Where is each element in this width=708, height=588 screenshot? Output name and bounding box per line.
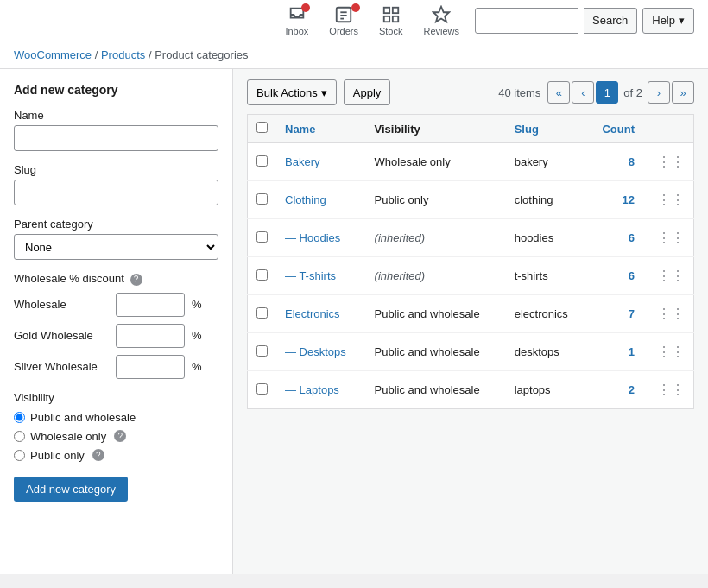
wholesale-input[interactable] <box>116 293 185 317</box>
bulk-actions-chevron: ▾ <box>321 86 327 99</box>
silver-input[interactable] <box>116 355 185 379</box>
radio-public-wholesale-label[interactable]: Public and wholesale <box>30 411 136 424</box>
row-name-cell: — Laptops <box>276 371 366 409</box>
drag-handle-icon[interactable]: ⋮⋮ <box>652 193 685 207</box>
next-page-button[interactable]: › <box>648 81 670 104</box>
radio-public-only-label[interactable]: Public only <box>30 449 85 462</box>
help-button[interactable]: Help ▾ <box>642 8 694 34</box>
reviews-nav-item[interactable]: Reviews <box>414 2 468 40</box>
current-page-button[interactable]: 1 <box>596 81 618 104</box>
row-checkbox[interactable] <box>256 231 268 243</box>
row-slug: t-shirts <box>515 269 548 282</box>
row-count-cell: 6 <box>586 257 643 295</box>
drag-handle-icon[interactable]: ⋮⋮ <box>652 155 685 169</box>
row-checkbox-cell <box>248 333 277 371</box>
row-checkbox[interactable] <box>256 193 268 205</box>
row-slug-cell: clothing <box>506 181 587 219</box>
row-slug: electronics <box>515 307 568 320</box>
row-visibility-cell: (inherited) <box>366 257 506 295</box>
apply-button[interactable]: Apply <box>344 79 391 105</box>
parent-field-group: Parent category None <box>14 218 218 260</box>
row-slug: hoodies <box>515 231 554 244</box>
row-checkbox-cell <box>248 219 277 257</box>
discount-help-icon[interactable]: ? <box>130 274 142 286</box>
svg-rect-7 <box>393 16 398 21</box>
table-toolbar: Bulk Actions ▾ Apply 40 items « ‹ 1 of 2… <box>247 79 694 105</box>
page-of-text: of 2 <box>623 86 642 99</box>
global-search-input[interactable] <box>475 8 578 34</box>
parent-select[interactable]: None <box>14 234 218 260</box>
stock-nav-item[interactable]: Stock <box>370 2 412 40</box>
drag-handle-icon[interactable]: ⋮⋮ <box>652 231 685 245</box>
row-visibility-cell: Wholesale only <box>366 143 506 181</box>
row-checkbox[interactable] <box>256 345 268 357</box>
add-new-category-button[interactable]: Add new category <box>14 477 128 502</box>
wholesale-row: Wholesale % <box>14 293 218 317</box>
row-checkbox-cell <box>248 257 277 295</box>
discount-section: Wholesale % discount ? Wholesale % Gold … <box>14 272 218 379</box>
select-all-checkbox[interactable] <box>256 122 268 133</box>
radio-wholesale-only: Wholesale only ? <box>14 430 218 443</box>
col-header-count[interactable]: Count <box>586 115 643 143</box>
first-page-button[interactable]: « <box>547 81 570 104</box>
slug-input[interactable] <box>14 180 218 205</box>
col-header-name[interactable]: Name <box>276 115 366 143</box>
svg-rect-5 <box>393 7 398 12</box>
orders-icon <box>334 5 353 24</box>
row-checkbox-cell <box>248 143 277 181</box>
categories-list-panel: Bulk Actions ▾ Apply 40 items « ‹ 1 of 2… <box>233 69 708 574</box>
inbox-nav-item[interactable]: Inbox <box>276 2 317 40</box>
category-link[interactable]: — Desktops <box>285 345 346 358</box>
drag-handle-icon[interactable]: ⋮⋮ <box>652 269 685 283</box>
drag-handle-icon[interactable]: ⋮⋮ <box>652 383 685 397</box>
radio-public-only-input[interactable] <box>14 450 25 461</box>
drag-handle-icon[interactable]: ⋮⋮ <box>652 345 685 359</box>
gold-label: Gold Wholesale <box>14 329 109 342</box>
category-link[interactable]: Clothing <box>285 193 326 206</box>
col-header-visibility: Visibility <box>366 115 506 143</box>
row-count: 7 <box>629 307 635 320</box>
last-page-button[interactable]: » <box>672 81 694 104</box>
breadcrumb-woocommerce[interactable]: WooCommerce <box>14 48 92 61</box>
category-link[interactable]: Bakery <box>285 155 319 168</box>
radio-wholesale-only-label[interactable]: Wholesale only <box>30 430 106 443</box>
row-visibility: Public and wholesale <box>375 345 480 358</box>
name-label: Name <box>14 109 218 122</box>
orders-nav-item[interactable]: Orders <box>320 2 367 40</box>
main-layout: Add new category Name Slug Parent catego… <box>0 69 708 574</box>
drag-handle-icon[interactable]: ⋮⋮ <box>652 307 685 321</box>
name-input[interactable] <box>14 125 218 151</box>
prev-page-button[interactable]: ‹ <box>572 81 594 104</box>
radio-public-wholesale-input[interactable] <box>14 412 25 423</box>
category-link[interactable]: Electronics <box>285 307 340 320</box>
wholesale-only-help-icon[interactable]: ? <box>114 430 126 442</box>
gold-input[interactable] <box>116 324 185 348</box>
row-drag-cell: ⋮⋮ <box>643 257 694 295</box>
stock-icon <box>382 5 401 24</box>
category-link[interactable]: — Hoodies <box>285 231 340 244</box>
orders-badge <box>351 3 360 12</box>
panel-title: Add new category <box>14 83 218 97</box>
row-count-cell: 7 <box>586 295 643 333</box>
global-search-button[interactable]: Search <box>584 8 637 34</box>
row-count: 12 <box>623 193 635 206</box>
row-checkbox[interactable] <box>256 307 268 319</box>
visibility-title: Visibility <box>14 391 218 404</box>
row-visibility: (inherited) <box>375 269 426 282</box>
category-link[interactable]: — Laptops <box>285 383 339 396</box>
col-header-slug[interactable]: Slug <box>506 115 587 143</box>
inbox-badge <box>301 3 310 12</box>
row-slug: laptops <box>515 383 551 396</box>
row-count: 2 <box>629 383 635 396</box>
bulk-actions-button[interactable]: Bulk Actions ▾ <box>247 79 337 105</box>
row-checkbox[interactable] <box>256 155 268 167</box>
bulk-actions-label: Bulk Actions <box>256 86 318 99</box>
row-checkbox[interactable] <box>256 269 268 281</box>
items-count: 40 items <box>498 86 540 99</box>
radio-wholesale-only-input[interactable] <box>14 431 25 442</box>
category-link[interactable]: — T-shirts <box>285 269 336 282</box>
row-drag-cell: ⋮⋮ <box>643 143 694 181</box>
row-checkbox[interactable] <box>256 383 268 395</box>
breadcrumb-products[interactable]: Products <box>101 48 145 61</box>
public-only-help-icon[interactable]: ? <box>92 449 104 461</box>
